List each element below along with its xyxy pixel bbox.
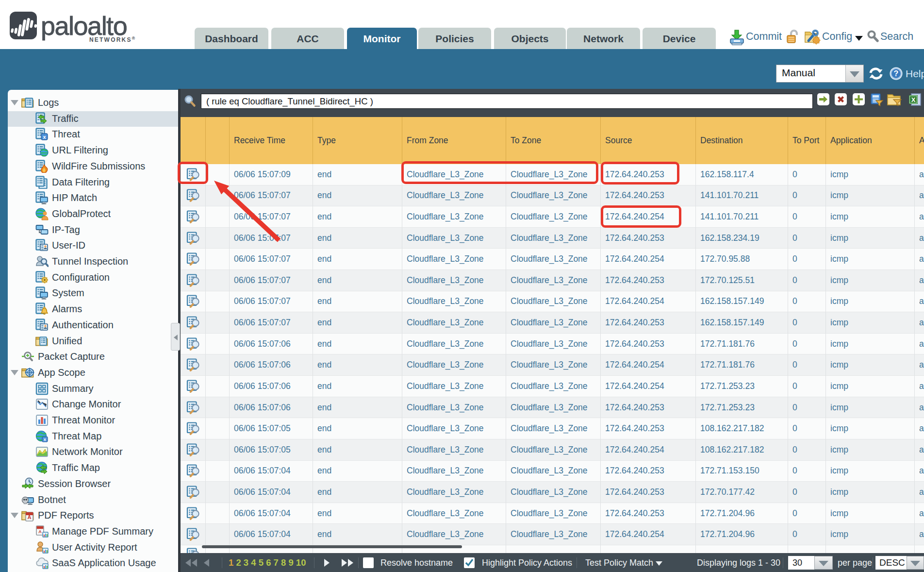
svg-text:x: x [43, 134, 46, 140]
svg-text:x: x [44, 437, 47, 442]
svg-text:A: A [28, 514, 32, 520]
svg-text:X: X [911, 96, 916, 103]
svg-text:A: A [38, 529, 42, 534]
svg-text:?: ? [894, 69, 899, 78]
